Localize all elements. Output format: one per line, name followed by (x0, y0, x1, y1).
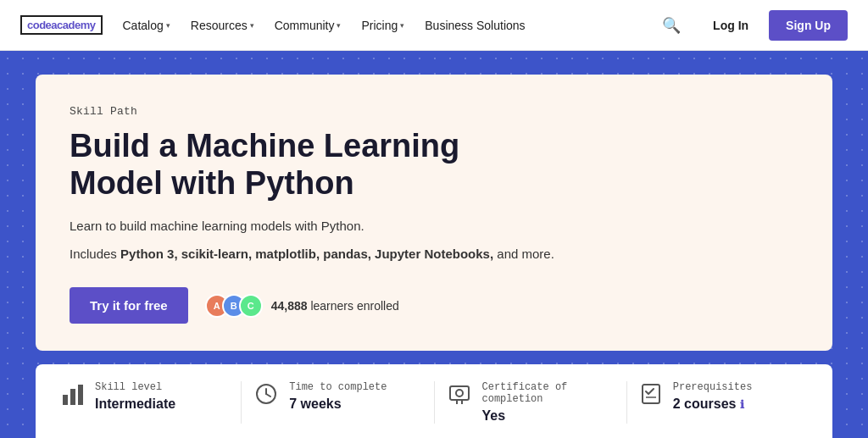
stat-time-label: Time to complete (289, 381, 387, 393)
stat-certificate: Certificate of completion Yes (448, 381, 613, 424)
stat-time: Time to complete 7 weeks (255, 381, 420, 412)
nav-resources[interactable]: Resources ▾ (184, 15, 261, 36)
nav-catalog[interactable]: Catalog ▾ (116, 15, 177, 36)
action-row: Try it for free A B C 44,888 learners en… (70, 287, 798, 324)
nav-community[interactable]: Community ▾ (268, 15, 348, 36)
enrolled-row: A B C 44,888 learners enrolled (205, 294, 399, 318)
stat-divider (434, 381, 435, 424)
nav-business[interactable]: Business Solutions (418, 15, 531, 36)
stat-skill-level: Skill level Intermediate (63, 381, 227, 412)
avatar: C (239, 294, 263, 318)
chevron-down-icon: ▾ (400, 21, 404, 30)
search-icon: 🔍 (662, 17, 681, 34)
logo[interactable]: codeacademy (20, 15, 103, 35)
svg-rect-6 (450, 386, 469, 400)
svg-rect-1 (70, 389, 75, 405)
stat-cert-label: Certificate of completion (482, 381, 613, 405)
skill-path-label: Skill Path (70, 105, 798, 118)
stats-bar: Skill level Intermediate Time to complet… (36, 364, 832, 438)
hero-includes: Includes Python 3, scikit-learn, matplot… (70, 245, 798, 264)
clock-icon (255, 383, 277, 410)
stat-divider (241, 381, 242, 424)
stat-prereq-value: 2 courses ℹ (673, 396, 753, 412)
svg-line-5 (266, 394, 270, 396)
stat-cert-value: Yes (482, 408, 613, 424)
bar-chart-icon (63, 383, 83, 412)
stat-prerequisites: Prerequisites 2 courses ℹ (641, 381, 805, 412)
hero-title: Build a Machine Learning Model with Pyth… (70, 128, 798, 202)
chevron-down-icon: ▾ (337, 21, 341, 30)
svg-rect-2 (78, 385, 83, 405)
info-icon[interactable]: ℹ (740, 398, 744, 411)
hero-card: Skill Path Build a Machine Learning Mode… (36, 75, 832, 351)
stat-divider (626, 381, 627, 424)
svg-point-7 (456, 390, 463, 396)
chevron-down-icon: ▾ (250, 21, 254, 30)
hero-description: Learn to build machine learning models w… (70, 217, 798, 236)
avatar-group: A B C (205, 294, 263, 318)
stat-skill-value: Intermediate (95, 396, 175, 412)
search-button[interactable]: 🔍 (657, 11, 686, 40)
enrolled-count-text: 44,888 learners enrolled (271, 299, 399, 313)
try-free-button[interactable]: Try it for free (70, 287, 188, 324)
chevron-down-icon: ▾ (166, 21, 170, 30)
page-background: Skill Path Build a Machine Learning Mode… (0, 51, 868, 438)
signup-button[interactable]: Sign Up (769, 10, 848, 41)
stat-time-value: 7 weeks (289, 396, 387, 412)
login-button[interactable]: Log In (699, 12, 762, 39)
nav-pricing[interactable]: Pricing ▾ (354, 15, 411, 36)
navbar: codeacademy Catalog ▾ Resources ▾ Commun… (0, 0, 868, 51)
svg-rect-0 (63, 395, 68, 405)
logo-text: codeacademy (27, 19, 96, 31)
svg-rect-10 (643, 385, 659, 403)
stat-skill-label: Skill level (95, 381, 175, 393)
certificate-icon (448, 383, 470, 410)
checklist-icon (641, 383, 661, 410)
stat-prereq-label: Prerequisites (673, 381, 753, 393)
